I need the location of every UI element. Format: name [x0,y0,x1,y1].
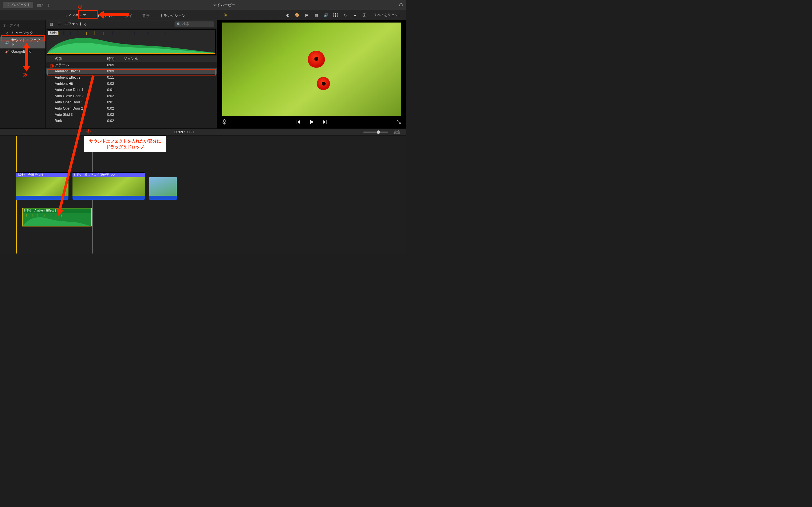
list-row[interactable]: Ambient Effect 20:11 [46,74,217,80]
prev-button[interactable] [296,119,301,125]
timeline-ruler: 00:09 / 00:21 設定 [0,128,406,136]
chevron-updown-icon: ◇ [84,22,87,26]
waveform-icon [22,213,91,226]
back-button[interactable]: 〈 プロジェクト [3,2,33,8]
list-row[interactable]: Ambient Hit0:02 [46,80,217,87]
window-title: マイムービー [49,3,399,8]
magic-wand-icon[interactable]: ✨ [222,12,228,18]
waveform-icon [47,30,215,54]
speaker-icon: 🔊 [5,41,9,45]
import-icon[interactable]: ↓ [47,3,50,7]
list-row[interactable]: Bark0:02 [46,118,217,124]
list-row[interactable]: Auto Open Door 20:02 [46,105,217,112]
list-view-icon[interactable]: ☰ [56,21,62,27]
cell-time: 0:02 [107,94,123,98]
cell-time: 0:05 [107,63,123,67]
crop-icon[interactable]: ▣ [304,12,310,18]
cell-name: Auto Close Door 2 [55,94,107,98]
clip-label: 8.4秒 – 風にそよぐ花が美しい [72,173,145,177]
search-placeholder: 検索 [183,22,189,26]
waveform-preview[interactable]: 8.9秒 [47,29,216,55]
sidebar-item-music[interactable]: ♫ ミュージック [0,30,45,37]
list-row[interactable]: アラーム0:05 [46,62,217,68]
fullscreen-icon[interactable] [396,120,401,125]
timecode-current: 00:09 [174,130,183,134]
guitar-icon: 🎸 [5,50,9,54]
preview-panel [217,20,406,128]
clip-label: 4.0秒 – 今日見つけ… [16,173,68,177]
play-button[interactable] [308,119,315,126]
list-row[interactable]: Ambient Effect 10:09 [46,68,217,74]
list-header: 名前 時間 ジャンル [46,56,217,62]
cell-name: Ambient Effect 2 [55,75,107,79]
col-name[interactable]: 名前 [55,57,107,61]
col-genre[interactable]: ジャンル [123,57,217,61]
preview-video[interactable] [222,22,401,116]
library-panel: ▥ ☰ エフェクト ◇ 🔍 検索 8.9秒 [46,20,217,128]
timecode-total: 00:21 [186,130,194,134]
tab-strip: マイメディア オーディオ タイ 背景 トランジション ✨ ◐ 🎨 ▣ ▦ 🔊 ┇… [0,10,406,20]
cell-name: Ambient Effect 1 [55,69,107,73]
chevron-left-icon: 〈 [6,3,9,7]
svg-rect-14 [223,119,225,122]
library-icon[interactable]: ▤♪ [37,3,43,8]
speed-icon[interactable]: ⊘ [342,12,348,18]
cell-name: アラーム [55,63,107,68]
filter-icon[interactable]: ☁ [352,12,357,18]
timeline-clip[interactable]: 4.0秒 – 今日見つけ… [16,172,69,200]
library-popup[interactable]: エフェクト ◇ [64,22,87,26]
settings-button[interactable]: 設定 [394,130,400,135]
cell-name: Ambient Hit [55,82,107,86]
cell-name: Auto Open Door 1 [55,100,107,104]
cell-name: Auto Skid 3 [55,113,107,117]
list-row[interactable]: Auto Skid 30:02 [46,112,217,118]
sidebar-item-label: ミュージック [11,31,33,36]
reset-all-button[interactable]: すべてをリセット [374,13,401,17]
list-row[interactable]: Auto Open Door 10:01 [46,99,217,105]
tab-titles[interactable]: タイ [120,11,137,20]
library-popup-label: エフェクト [64,22,83,26]
info-icon[interactable]: ⓘ [361,12,367,18]
timeline-clip[interactable]: 8.4秒 – 風にそよぐ花が美しい [72,172,145,200]
tab-transitions[interactable]: トランジション [155,11,191,20]
search-input[interactable]: 🔍 検索 [174,21,214,27]
back-label: プロジェクト [10,3,31,7]
cell-time: 0:01 [107,88,123,92]
sidebar: オーディオ ♫ ミュージック 🔊 サウンドエフェクト 🎸 GarageBand [0,20,46,128]
timeline[interactable]: 4.0秒 – 今日見つけ… 8.4秒 – 風にそよぐ花が美しい 8.9秒 – A… [0,136,406,253]
grid-view-icon[interactable]: ▥ [49,21,54,27]
color-correction-icon[interactable]: 🎨 [294,12,300,18]
sidebar-item-label: GarageBand [11,50,31,54]
tab-mymedia[interactable]: マイメディア [59,11,91,20]
next-button[interactable] [322,119,327,125]
svg-rect-0 [47,53,215,54]
mic-icon[interactable] [222,119,227,126]
share-icon[interactable] [399,2,403,8]
list-row[interactable]: Auto Close Door 20:02 [46,93,217,99]
cell-time: 0:02 [107,119,123,123]
cell-time: 0:02 [107,113,123,117]
stabilize-icon[interactable]: ▦ [313,12,319,18]
zoom-slider[interactable] [363,131,388,133]
cell-time: 0:11 [107,75,123,79]
titlebar: 〈 プロジェクト ▤♪ ↓ マイムービー [0,0,406,10]
transport-controls [217,116,406,128]
sidebar-item-garageband[interactable]: 🎸 GarageBand [0,48,45,55]
waveform-duration-badge: 8.9秒 [48,31,58,35]
timeline-audio-clip[interactable]: 8.9秒 – Ambient Effect 1 [22,208,92,226]
cell-name: Bark [55,119,107,123]
volume-icon[interactable]: 🔊 [323,12,329,18]
audio-clip-label: 8.9秒 – Ambient Effect 1 [22,209,91,213]
cell-name: Auto Close Door 1 [55,88,107,92]
equalizer-icon[interactable]: ┇┇┇ [333,12,338,18]
tab-background[interactable]: 背景 [137,11,155,20]
color-balance-icon[interactable]: ◐ [285,12,290,18]
list-row[interactable]: Auto Close Door 10:01 [46,87,217,93]
col-time[interactable]: 時間 [107,57,123,61]
cell-time: 0:09 [107,69,123,73]
timeline-clip[interactable] [149,177,177,200]
cell-time: 0:02 [107,82,123,86]
search-icon: 🔍 [177,22,181,26]
tab-audio[interactable]: オーディオ [91,11,120,20]
cell-time: 0:02 [107,107,123,110]
